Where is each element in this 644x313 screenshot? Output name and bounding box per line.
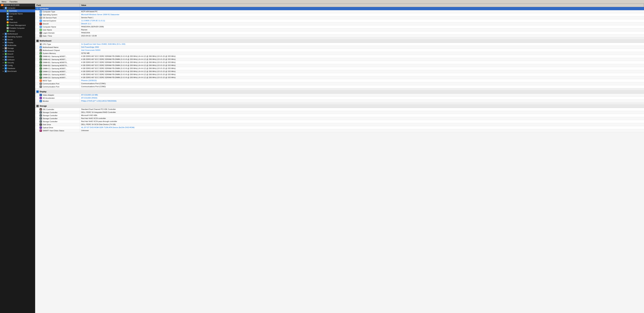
- value-mb-chipset[interactable]: Intel Greencreek 5000X: [80, 49, 644, 52]
- ipmi-icon: ■: [6, 18, 9, 20]
- sidebar-label-bench: Benchmark: [7, 70, 16, 72]
- sidebar-item-benchmark[interactable]: ► ■ Benchmark: [0, 70, 35, 73]
- dev-icon: ■: [5, 56, 7, 58]
- value-bios[interactable]: Phoenix (10/30/10): [80, 79, 644, 82]
- sidebar-label-cn: Computer Name: [9, 13, 23, 15]
- field-dimm-a2: ■ DIMM-A2: Samsung M395T...: [35, 58, 80, 61]
- sidebar-item-os[interactable]: ► ■ Operating System: [0, 35, 35, 38]
- computer-type-icon: ■: [40, 10, 42, 13]
- field-dimm-a1: ■ DIMM-A1: Samsung M395T...: [35, 55, 80, 58]
- field-cn: ■ Computer Name: [35, 26, 80, 28]
- table-row: ■ DIMM-C1: Samsung M395T... 4 GB DDR2-66…: [35, 67, 644, 70]
- expand-icon-bench: ►: [2, 70, 4, 72]
- dimm-d1-icon: ■: [40, 74, 42, 76]
- table-row: ■ DIMM-A1: Samsung M395T... 4 GB DDR2-66…: [35, 55, 644, 58]
- sidebar-item-motherboard[interactable]: ► ■ Motherboard: [0, 32, 35, 35]
- value-optical[interactable]: HL-DT-ST DVD-ROM GDR-T10N ATA Device (8x…: [80, 126, 644, 129]
- value-dx[interactable]: DirectX 11.1: [80, 22, 644, 25]
- value-mb-name[interactable]: Dell PowerEdge 2950: [80, 46, 644, 49]
- smart-row-icon: ■: [40, 130, 42, 132]
- table-row: ■ DIMM-B1: Samsung M395TS... 4 GB DDR2-6…: [35, 61, 644, 64]
- stor-icon: ■: [5, 47, 7, 49]
- field-dimm-b2: ■ DIMM-B2: Samsung M395TS...: [35, 64, 80, 67]
- field-dx: ■ DirectX: [35, 22, 80, 25]
- field-com1: ■ Communication Port: [35, 82, 80, 85]
- table-row: ■ Storage Controller DELL PERC 5/i Integ…: [35, 111, 644, 114]
- table-row: ■ Operating System Microsoft Windows Ser…: [35, 13, 644, 16]
- sidebar-item-display[interactable]: ► ■ Display: [0, 41, 35, 44]
- value-video[interactable]: ATI ES1000 (16 MB): [80, 94, 644, 96]
- sidebar-item-sensor[interactable]: ■ Sensor: [0, 30, 35, 32]
- sc4-row-icon: ■: [40, 120, 42, 123]
- domain-row-icon: ■: [40, 32, 42, 34]
- menu-item-menu[interactable]: Menu: [1, 0, 7, 3]
- expand-icon-mm: ►: [2, 44, 4, 46]
- dimm-a1-icon: ■: [40, 55, 42, 58]
- sidebar-item-directx[interactable]: ► ■ DirectX: [0, 52, 35, 56]
- table-row: ■ Storage Controller Red Hat VirtIO SCSI…: [35, 117, 644, 120]
- main-container: 64 AIDA64 v6.25.5400 ▼ ■ Computer ■ Summ…: [0, 4, 644, 313]
- sidebar-item-computer[interactable]: ▼ ■ Computer: [0, 6, 35, 10]
- value-os[interactable]: Microsoft Windows Server 2008 R2 Datacen…: [80, 13, 644, 16]
- sw-icon: ■: [5, 58, 7, 61]
- mb-section-icon: [36, 40, 39, 42]
- field-com2: ■ Communication Port: [35, 85, 80, 88]
- net-icon: ■: [5, 50, 7, 52]
- version-badge: 64: [1, 4, 4, 6]
- disp-icon: ■: [5, 41, 7, 44]
- value-dimm-b1: 4 GB DDR2-667 ECC DDR2 SDRAM FB-DIMM (3-…: [80, 61, 644, 64]
- value-ie[interactable]: 11.0.9600.17239 (IE 11.0.11): [80, 19, 644, 22]
- sidebar-item-summary[interactable]: ■ Summary: [0, 10, 35, 12]
- sidebar-item-overclock[interactable]: ■ Overclock: [0, 21, 35, 24]
- sidebar-item-computer-name[interactable]: ■ Computer Name: [0, 12, 35, 15]
- menu-item-favorites[interactable]: Favorites: [8, 0, 18, 3]
- table-row: ■ IDE Controller Standard Dual Channel P…: [35, 108, 644, 111]
- time-row-icon: ■: [40, 35, 42, 37]
- sidebar-item-server[interactable]: ► ■ Server: [0, 38, 35, 41]
- gap2: [35, 88, 644, 90]
- dimm-c1-icon: ■: [40, 68, 42, 70]
- sidebar-item-portable[interactable]: ■ Portable Computer: [0, 27, 35, 30]
- value-cpu-type[interactable]: 2x QuadCore Intel Xeon X5460; 3166 MHz (…: [80, 43, 644, 46]
- value-sc2: Microsoft VHD HBA: [80, 114, 644, 117]
- value-column-header: Value: [80, 4, 644, 7]
- value-computer-type: ACPI x64-based PC: [80, 10, 644, 13]
- field-ide: ■ IDE Controller: [35, 108, 80, 111]
- sensor-icon: ■: [6, 30, 9, 32]
- computer-section-title: Computer: [40, 8, 49, 10]
- expand-icon-sec: ►: [2, 62, 4, 64]
- pw-icon: ■: [6, 24, 9, 26]
- column-headers: Field Value: [35, 4, 644, 7]
- value-3d[interactable]: ATI ES1000 (RN50): [80, 96, 644, 100]
- sidebar-item-devices[interactable]: ► ■ Devices: [0, 56, 35, 58]
- dimm-a2-icon: ■: [40, 58, 42, 60]
- sidebar-item-ipmi[interactable]: ■ IPMI: [0, 18, 35, 21]
- sidebar-label-sensor: Sensor: [9, 30, 15, 32]
- sidebar-label-net: Network: [7, 50, 14, 52]
- sidebar-item-power[interactable]: ■ Power Management: [0, 24, 35, 27]
- sidebar-item-database[interactable]: ► ■ Database: [0, 67, 35, 70]
- table-row: ■ Motherboard Chipset Intel Greencreek 5…: [35, 49, 644, 52]
- srv-icon: ■: [5, 38, 7, 41]
- monitor-row-icon: ■: [40, 100, 42, 102]
- sidebar-item-storage[interactable]: ► ■ Storage: [0, 47, 35, 50]
- sidebar-item-security[interactable]: ► ■ Security: [0, 61, 35, 64]
- expand-icon-db: ►: [2, 68, 4, 69]
- 3d-row-icon: ■: [40, 97, 42, 99]
- value-monitor[interactable]: Philips 273V5 [27" LCD] (UKS1739025566): [80, 100, 644, 102]
- table-row: ■ Storage Controller Red Hat VirtIO SCSI…: [35, 120, 644, 123]
- sidebar-item-config[interactable]: ► ■ Config: [0, 64, 35, 67]
- sidebar-item-network[interactable]: ► ■ Network: [0, 50, 35, 52]
- value-smart: Unknown: [80, 129, 644, 132]
- portable-icon: ■: [6, 27, 9, 29]
- mb-icon: ■: [5, 33, 7, 35]
- value-sc1: DELL PERC 5/i Integrated RAID Controller: [80, 111, 644, 114]
- sidebar-item-multimedia[interactable]: ► ■ Multimedia: [0, 44, 35, 47]
- stor-section-title: Storage: [40, 105, 47, 107]
- sidebar-item-software[interactable]: ► ■ Software: [0, 58, 35, 61]
- field-monitor: ■ Monitor: [35, 100, 80, 102]
- table-row: ■ BIOS Type Phoenix (10/30/10): [35, 79, 644, 82]
- sidebar-item-dmi[interactable]: ■ DMI: [0, 15, 35, 18]
- gap: [35, 38, 644, 39]
- field-mb-chipset: ■ Motherboard Chipset: [35, 49, 80, 52]
